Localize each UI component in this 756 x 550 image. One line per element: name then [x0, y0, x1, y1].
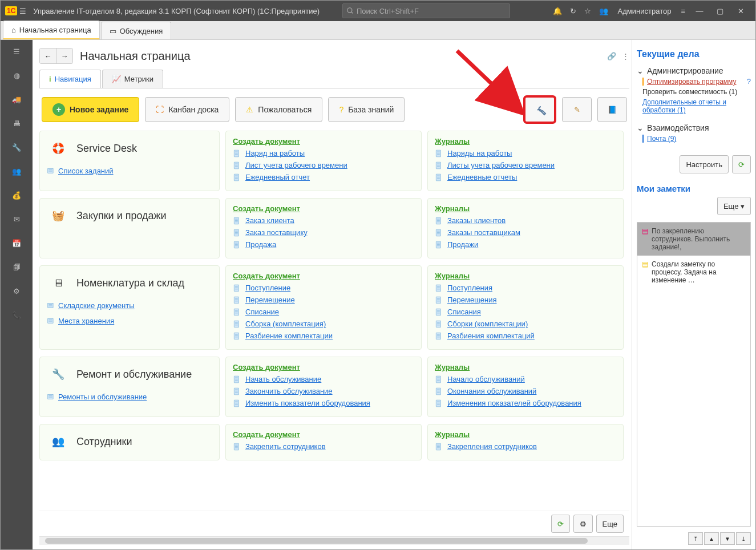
create-link[interactable]: Сборка (комплектация) — [245, 320, 326, 328]
user-name[interactable]: Администратор — [618, 7, 672, 15]
configure-button[interactable]: Настроить — [680, 155, 729, 173]
sidebar-copy-icon[interactable]: 🗐 — [9, 259, 25, 275]
settings-icon[interactable]: ≡ — [681, 7, 685, 15]
link-icon[interactable]: 🔗 — [607, 52, 616, 60]
search-input[interactable]: Поиск Ctrl+Shift+F — [342, 3, 510, 18]
maximize-button[interactable]: ▢ — [710, 1, 730, 21]
journal-link[interactable]: Продажи — [447, 240, 478, 249]
create-header[interactable]: Создать документ — [233, 137, 414, 145]
kebab-icon[interactable]: ⋮ — [622, 52, 629, 60]
journal-header[interactable]: Журналы — [435, 204, 616, 213]
journal-header[interactable]: Журналы — [435, 137, 616, 145]
create-link[interactable]: Изменить показатели оборудования — [245, 399, 370, 407]
create-header[interactable]: Создать документ — [233, 204, 414, 213]
create-link[interactable]: Наряд на работы — [245, 149, 305, 157]
create-header[interactable]: Создать документ — [233, 363, 414, 371]
group-admin[interactable]: ⌄Администрирование — [637, 66, 751, 75]
journal-link[interactable]: Листы учета рабочего времени — [447, 161, 555, 169]
create-header[interactable]: Создать документ — [233, 430, 414, 439]
sidebar-print-icon[interactable]: 🖶 — [9, 115, 25, 131]
inner-tab-metrics[interactable]: 📈 Метрики — [102, 70, 163, 88]
tab-discussions[interactable]: ▭ Обсуждения — [101, 22, 172, 39]
create-link[interactable]: Продажа — [245, 240, 276, 249]
help-icon[interactable]: ? — [747, 78, 751, 86]
sidebar-gear-icon[interactable]: ⚙ — [9, 283, 25, 299]
pen-tool-button[interactable]: ✎ — [562, 97, 592, 122]
sidebar-mail-icon[interactable]: ✉ — [9, 211, 25, 227]
create-link[interactable]: Начать обслуживание — [245, 375, 321, 383]
nav-back-button[interactable]: ← — [40, 48, 56, 63]
close-button[interactable]: ✕ — [730, 1, 751, 21]
note-item[interactable]: ▤ По закреплению сотрудников. Выполнить … — [637, 223, 750, 256]
horizontal-scrollbar[interactable] — [39, 536, 629, 545]
create-link[interactable]: Заказ поставщику — [245, 228, 308, 237]
users-icon[interactable]: 👥 — [599, 7, 608, 15]
item-link[interactable]: Почта (9) — [647, 135, 676, 143]
inner-tab-navigation[interactable]: i Навигация — [39, 70, 101, 88]
journal-link[interactable]: Сборки (комплектации) — [447, 320, 528, 328]
journal-header[interactable]: Журналы — [435, 363, 616, 371]
sidebar-money-icon[interactable]: 💰 — [9, 187, 25, 203]
section-sublink[interactable]: Складские документы — [58, 301, 135, 310]
create-link[interactable]: Закончить обслуживание — [245, 387, 333, 395]
journal-link[interactable]: Разбиения комплектаций — [447, 331, 535, 340]
journal-link[interactable]: Ежедневные отчеты — [447, 173, 517, 181]
sidebar-lifebuoy-icon[interactable]: ◍ — [9, 67, 25, 83]
journal-link[interactable]: Изменения показателей оборудования — [447, 399, 581, 407]
admin-item-optimize[interactable]: Оптимизировать программу? — [642, 78, 751, 86]
section-sublink[interactable]: Ремонты и обслуживание — [58, 393, 147, 401]
note-item[interactable]: ▤ Создали заметку по процессу, Задача на… — [637, 256, 750, 289]
journal-link[interactable]: Начало обслуживаний — [447, 375, 525, 383]
item-link[interactable]: Дополнительные отчеты и обработки (1) — [642, 98, 726, 114]
tab-start-page[interactable]: ⌂ Начальная страница — [3, 21, 100, 39]
create-header[interactable]: Создать документ — [233, 272, 414, 280]
section-sublink[interactable]: Список заданий — [58, 167, 114, 175]
sidebar-phone-icon[interactable]: 📞 — [9, 307, 25, 323]
star-icon[interactable]: ☆ — [584, 7, 591, 15]
refresh-button[interactable]: ⟳ — [551, 515, 570, 533]
nav-forward-button[interactable]: → — [56, 48, 72, 63]
note-up-button[interactable]: ▲ — [704, 532, 719, 545]
kanban-button[interactable]: ⛶ Канбан доска — [145, 97, 229, 122]
create-link[interactable]: Лист учета рабочего времени — [245, 161, 347, 169]
new-task-button[interactable]: + Новое задание — [42, 97, 139, 122]
journal-link[interactable]: Поступления — [447, 284, 492, 292]
sidebar-truck-icon[interactable]: 🚚 — [9, 91, 25, 107]
create-link[interactable]: Разбиение комплектации — [245, 331, 333, 340]
journal-link[interactable]: Наряды на работы — [447, 149, 512, 157]
sidebar-people-icon[interactable]: 👥 — [9, 163, 25, 179]
bell-icon[interactable]: 🔔 — [553, 7, 562, 15]
gear-button[interactable]: ⚙ — [573, 515, 593, 533]
create-link[interactable]: Поступление — [245, 284, 290, 292]
more-button[interactable]: Еще — [596, 515, 624, 533]
sidebar-wrench-icon[interactable]: 🔧 — [9, 139, 25, 155]
wrench-tool-button[interactable] — [523, 95, 556, 124]
note-last-button[interactable]: ⤓ — [736, 532, 751, 545]
journal-link[interactable]: Заказы клиентов — [447, 216, 506, 225]
note-down-button[interactable]: ▼ — [720, 532, 735, 545]
sidebar-calendar-icon[interactable]: 📅 — [9, 235, 25, 251]
note-first-button[interactable]: ⤒ — [688, 532, 703, 545]
journal-link[interactable]: Перемещения — [447, 296, 496, 304]
create-link[interactable]: Списание — [245, 308, 279, 316]
minimize-button[interactable]: — — [689, 1, 710, 21]
hamburger-icon[interactable]: ☰ — [19, 7, 26, 15]
create-link[interactable]: Заказ клиента — [245, 216, 294, 225]
journal-link[interactable]: Списания — [447, 308, 481, 316]
journal-header[interactable]: Журналы — [435, 272, 616, 280]
history-icon[interactable]: ↻ — [570, 7, 576, 15]
admin-item-reports[interactable]: Дополнительные отчеты и обработки (1) — [642, 98, 751, 114]
create-link[interactable]: Перемещение — [245, 296, 295, 304]
journal-link[interactable]: Заказы поставщикам — [447, 228, 520, 237]
create-link[interactable]: Закрепить сотрудников — [245, 442, 326, 451]
section-sublink[interactable]: Места хранения — [58, 317, 114, 325]
create-link[interactable]: Ежедневный отчет — [245, 173, 310, 181]
item-link[interactable]: Оптимизировать программу — [647, 78, 736, 86]
notes-more-button[interactable]: Еще ▾ — [717, 197, 751, 215]
group-interactions[interactable]: ⌄Взаимодействия — [637, 123, 751, 132]
inter-item-mail[interactable]: Почта (9) — [642, 135, 751, 143]
complain-button[interactable]: ⚠ Пожаловаться — [235, 97, 322, 122]
journal-link[interactable]: Закрепления сотрудников — [447, 442, 537, 451]
journal-header[interactable]: Журналы — [435, 430, 616, 439]
knowledge-base-button[interactable]: ? База знаний — [328, 97, 405, 122]
